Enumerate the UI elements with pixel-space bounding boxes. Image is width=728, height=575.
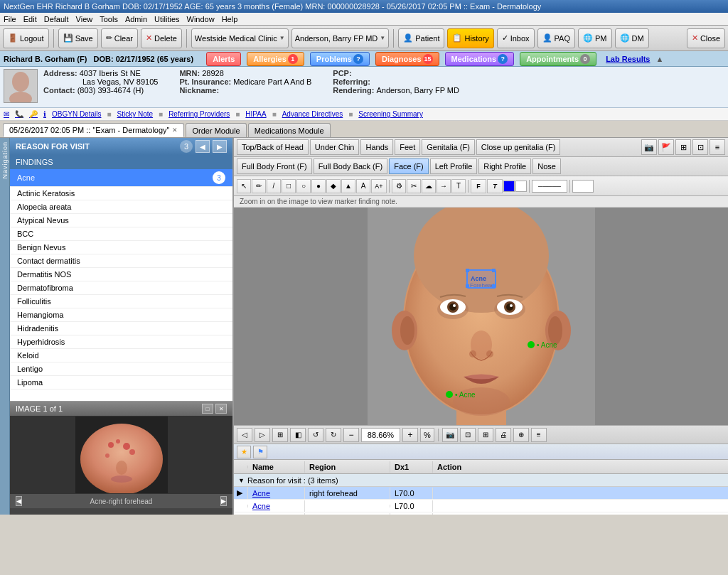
logout-button[interactable]: 🚪 Logout bbox=[3, 28, 49, 48]
view-nose[interactable]: Nose bbox=[532, 158, 561, 174]
canvas-btn-print[interactable]: 🖨 bbox=[496, 428, 511, 442]
finding-contact-dermatitis[interactable]: Contact dermatitis bbox=[10, 254, 232, 268]
finding-keloid[interactable]: Keloid bbox=[10, 349, 232, 362]
table-row-3[interactable]: Acne left cheek L70.0 bbox=[234, 512, 728, 515]
finding-hidradenitis[interactable]: Hidradenitis bbox=[10, 322, 232, 335]
view-left-profile[interactable]: Left Profile bbox=[430, 158, 478, 174]
obgyn-details-link[interactable]: OBGYN Details bbox=[52, 110, 101, 118]
nav-button-problems[interactable]: Problems ? bbox=[310, 52, 370, 66]
menu-icon-button[interactable]: ≡ bbox=[710, 139, 725, 155]
font-bold-tool[interactable]: F bbox=[471, 179, 486, 193]
canvas-btn-cam[interactable]: 📷 bbox=[442, 428, 458, 442]
canvas-btn-1[interactable]: ◁ bbox=[237, 428, 252, 442]
cursor-tool[interactable]: ↖ bbox=[237, 179, 251, 193]
paq-button[interactable]: 👤 PAQ bbox=[537, 28, 575, 48]
zoom-out-button[interactable]: − bbox=[343, 428, 359, 442]
td-name-1[interactable]: Acne bbox=[248, 488, 305, 499]
view-right-profile[interactable]: Right Profile bbox=[478, 158, 531, 174]
group-expand-icon[interactable]: ▼ bbox=[238, 477, 245, 484]
scissors-tool[interactable]: ✂ bbox=[407, 179, 421, 193]
canvas-btn-4[interactable]: ◧ bbox=[290, 428, 306, 442]
image-close-button[interactable]: ✕ bbox=[215, 404, 227, 414]
view-close-up-genitalia[interactable]: Close up genitalia (F) bbox=[476, 139, 561, 155]
table-btn-star[interactable]: ★ bbox=[237, 446, 251, 458]
zoom-percent-button[interactable]: % bbox=[420, 428, 434, 442]
finding-alopecia[interactable]: Alopecia areata bbox=[10, 200, 232, 214]
zoom-in-button[interactable]: + bbox=[402, 428, 418, 442]
menu-window[interactable]: Window bbox=[187, 15, 215, 23]
close-button[interactable]: ✕ Close bbox=[687, 28, 725, 48]
finding-dermatitis-nos[interactable]: Dermatitis NOS bbox=[10, 268, 232, 281]
key-icon[interactable]: 🔑 bbox=[29, 110, 38, 118]
view-under-chin[interactable]: Under Chin bbox=[310, 139, 360, 155]
reason-next-button[interactable]: ▶ bbox=[213, 140, 227, 153]
nav-button-allergies[interactable]: Allergies 1 bbox=[247, 52, 304, 66]
clinic-dropdown[interactable]: Westside Medical Clinic ▼ bbox=[191, 28, 289, 48]
screening-summary-link[interactable]: Screening Summary bbox=[358, 110, 423, 118]
tab-close-icon[interactable]: ✕ bbox=[172, 127, 178, 134]
color-swatch-white[interactable] bbox=[515, 181, 527, 192]
menu-view[interactable]: View bbox=[76, 15, 93, 23]
font-italic-tool[interactable]: T bbox=[487, 179, 503, 193]
camera-icon-button[interactable]: 📷 bbox=[641, 139, 657, 155]
ellipse-tool[interactable]: ○ bbox=[296, 179, 311, 193]
provider-dropdown[interactable]: Anderson, Barry FP MD ▼ bbox=[291, 28, 389, 48]
nav-button-diagnoses[interactable]: Diagnoses 15 bbox=[375, 52, 439, 66]
nav-button-alerts[interactable]: Alerts bbox=[206, 52, 241, 66]
text-tool[interactable]: A bbox=[356, 179, 370, 193]
finding-acne[interactable]: Acne 3 bbox=[10, 169, 232, 187]
canvas-btn-menu[interactable]: ≡ bbox=[531, 428, 547, 442]
menu-file[interactable]: File bbox=[4, 15, 16, 23]
nav-button-medications[interactable]: Medications ? bbox=[445, 52, 515, 66]
menu-utilities[interactable]: Utilities bbox=[154, 15, 179, 23]
menu-admin[interactable]: Admin bbox=[125, 15, 147, 23]
flag-icon-button[interactable]: 🚩 bbox=[658, 139, 674, 155]
history-button[interactable]: 📋 History bbox=[447, 28, 493, 48]
canvas-btn-extra[interactable]: ⊕ bbox=[513, 428, 529, 442]
td-name-3[interactable]: Acne bbox=[248, 513, 305, 515]
findings-list[interactable]: Acne 3 Actinic Keratosis Alopecia areata… bbox=[10, 169, 232, 401]
canvas-btn-fit[interactable]: ⊡ bbox=[460, 428, 476, 442]
tab-order-module[interactable]: Order Module bbox=[186, 123, 246, 137]
menu-tools[interactable]: Tools bbox=[100, 15, 118, 23]
phone-icon[interactable]: 📞 bbox=[15, 110, 23, 118]
finding-benign-nevus[interactable]: Benign Nevus bbox=[10, 241, 232, 254]
view-full-body-back[interactable]: Full Body Back (F) bbox=[314, 158, 387, 174]
menu-edit[interactable]: Edit bbox=[23, 15, 37, 23]
line-tool[interactable]: / bbox=[267, 179, 281, 193]
finding-folliculitis[interactable]: Folliculitis bbox=[10, 295, 232, 308]
finding-actinic-keratosis[interactable]: Actinic Keratosis bbox=[10, 187, 232, 200]
expand-icon[interactable]: ▲ bbox=[655, 55, 663, 63]
advance-directives-link[interactable]: Advance Directives bbox=[282, 110, 343, 118]
finding-lipoma[interactable]: Lipoma bbox=[10, 376, 232, 389]
canvas-area[interactable]: Acne Forehead • Acne • Acne bbox=[234, 208, 728, 425]
email-icon[interactable]: ✉ bbox=[4, 110, 9, 118]
text-plus-tool[interactable]: A+ bbox=[371, 179, 387, 193]
line-style-dropdown[interactable]: ───── bbox=[532, 180, 567, 193]
finding-hyperhidrosis[interactable]: Hyperhidrosis bbox=[10, 335, 232, 349]
arrow-tool[interactable]: → bbox=[437, 179, 451, 193]
view-hands[interactable]: Hands bbox=[360, 139, 393, 155]
view-feet[interactable]: Feet bbox=[395, 139, 420, 155]
filled-ellipse-tool[interactable]: ● bbox=[311, 179, 326, 193]
image-prev-button[interactable]: ◀ bbox=[16, 496, 22, 506]
color-swatch-blue[interactable] bbox=[503, 181, 515, 192]
table-row-1[interactable]: ▶ Acne right forehead L70.0 bbox=[234, 487, 728, 500]
info-icon[interactable]: ℹ bbox=[43, 110, 46, 118]
nav-button-appointments[interactable]: Appointments 0 bbox=[520, 52, 596, 66]
finding-bcc[interactable]: BCC bbox=[10, 227, 232, 241]
table-btn-flag[interactable]: ⚑ bbox=[253, 446, 267, 458]
rectangle-tool[interactable]: □ bbox=[282, 179, 296, 193]
lab-results-link[interactable]: Lab Results bbox=[606, 55, 650, 63]
table-row-2[interactable]: Acne L70.0 bbox=[234, 500, 728, 512]
inbox-button[interactable]: ✓ Inbox bbox=[497, 28, 535, 48]
pm-button[interactable]: 🌐 PM bbox=[578, 28, 612, 48]
cloud-tool[interactable]: ☁ bbox=[422, 179, 436, 193]
view-full-body-front[interactable]: Full Body Front (F) bbox=[237, 158, 312, 174]
diamond-tool[interactable]: ◆ bbox=[326, 179, 341, 193]
finding-dermatofibroma[interactable]: Dermatofibroma bbox=[10, 281, 232, 295]
patient-button[interactable]: 👤 Patient bbox=[398, 28, 444, 48]
expand-icon-button[interactable]: ⊡ bbox=[692, 139, 708, 155]
fill-tool[interactable]: ▲ bbox=[341, 179, 355, 193]
menu-help[interactable]: Help bbox=[222, 15, 238, 23]
